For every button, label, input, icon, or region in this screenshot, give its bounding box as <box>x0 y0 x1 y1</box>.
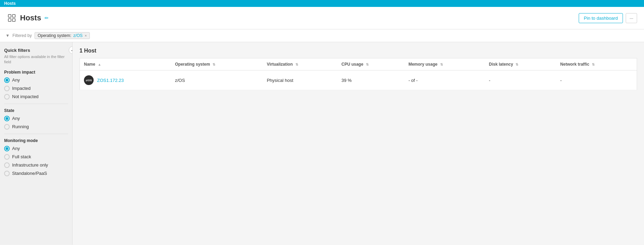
monitoring-infra-label: Infrastructure only <box>12 162 48 168</box>
cell-memory: - of - <box>404 70 485 90</box>
col-name[interactable]: Name ▲ <box>80 58 171 70</box>
filter-tag-value: z/OS <box>73 33 83 38</box>
monitoring-standalone-paas[interactable]: Standalone/PaaS <box>4 171 68 176</box>
monitoring-any-label: Any <box>12 146 20 151</box>
cell-cpu: 39 % <box>337 70 404 90</box>
content-area: 1 Host Name ▲ Operating system ⇅ Virtual… <box>73 42 644 245</box>
sort-disk-icon: ⇅ <box>515 63 518 66</box>
quick-filters-title: Quick filters <box>4 48 68 53</box>
state-section-title: State <box>4 108 68 113</box>
sort-memory-icon: ⇅ <box>440 63 443 66</box>
radio-state-running <box>4 124 10 130</box>
radio-monitoring-standalone <box>4 171 10 176</box>
problem-impact-not-impacted[interactable]: Not impacted <box>4 94 68 100</box>
host-os-icon: z/OS <box>84 75 94 85</box>
table-header-row: Name ▲ Operating system ⇅ Virtualization… <box>80 58 637 70</box>
sidebar: ◀ Quick filters All filter options avail… <box>0 42 73 245</box>
state-running[interactable]: Running <box>4 124 68 130</box>
sort-virt-icon: ⇅ <box>295 63 298 66</box>
problem-impact-any[interactable]: Any <box>4 77 68 83</box>
main-layout: ◀ Quick filters All filter options avail… <box>0 42 644 245</box>
filter-close-icon[interactable]: × <box>85 34 87 38</box>
svg-rect-1 <box>12 15 15 17</box>
radio-problem-any <box>4 77 10 83</box>
cell-os: z/OS <box>171 70 263 90</box>
pin-to-dashboard-button[interactable]: Pin to dashboard <box>579 13 623 23</box>
radio-monitoring-infra <box>4 162 10 168</box>
radio-monitoring-full-stack <box>4 154 10 160</box>
page-title: Hosts <box>20 13 41 22</box>
header-actions: Pin to dashboard ··· <box>579 13 637 23</box>
problem-not-impacted-label: Not impacted <box>12 94 39 99</box>
top-bar: Hosts <box>0 0 644 7</box>
top-bar-title: Hosts <box>4 1 16 6</box>
divider-1 <box>4 104 68 104</box>
col-memory[interactable]: Memory usage ⇅ <box>404 58 485 70</box>
filter-tag: Operating system: z/OS × <box>35 32 90 39</box>
col-disk[interactable]: Disk latency ⇅ <box>485 58 556 70</box>
divider-2 <box>4 134 68 134</box>
problem-impacted-label: Impacted <box>12 86 30 91</box>
col-os[interactable]: Operating system ⇅ <box>171 58 263 70</box>
monitoring-mode-section-title: Monitoring mode <box>4 138 68 143</box>
monitoring-full-stack-label: Full stack <box>12 154 31 159</box>
header: Hosts ✏ Pin to dashboard ··· <box>0 7 644 29</box>
header-left: Hosts ✏ <box>7 13 49 23</box>
sort-name-icon: ▲ <box>98 63 101 66</box>
problem-impact-section-title: Problem impact <box>4 70 68 75</box>
state-any[interactable]: Any <box>4 116 68 121</box>
hosts-table: Name ▲ Operating system ⇅ Virtualization… <box>79 58 637 90</box>
monitoring-standalone-label: Standalone/PaaS <box>12 171 47 176</box>
monitoring-full-stack[interactable]: Full stack <box>4 154 68 160</box>
col-virtualization[interactable]: Virtualization ⇅ <box>263 58 337 70</box>
svg-rect-2 <box>8 19 11 21</box>
sidebar-collapse-button[interactable]: ◀ <box>69 46 73 54</box>
problem-any-label: Any <box>12 77 20 83</box>
cell-virtualization: Physical host <box>263 70 337 90</box>
monitoring-any[interactable]: Any <box>4 146 68 151</box>
filter-bar: ▼ Filtered by Operating system: z/OS × <box>0 29 644 42</box>
svg-rect-0 <box>8 15 11 17</box>
radio-state-any <box>4 116 10 121</box>
monitoring-infrastructure-only[interactable]: Infrastructure only <box>4 162 68 168</box>
radio-problem-impacted <box>4 86 10 91</box>
radio-monitoring-any <box>4 146 10 151</box>
col-network[interactable]: Network traffic ⇅ <box>556 58 637 70</box>
hosts-grid-icon <box>7 13 17 23</box>
cell-network: - <box>556 70 637 90</box>
cell-name: z/OS ZOS1.172.23 <box>80 70 171 90</box>
state-running-label: Running <box>12 124 29 129</box>
sort-cpu-icon: ⇅ <box>366 63 369 66</box>
svg-rect-3 <box>12 19 15 21</box>
host-count: 1 Host <box>79 48 637 54</box>
host-name-cell: z/OS ZOS1.172.23 <box>84 75 167 85</box>
radio-problem-not-impacted <box>4 94 10 100</box>
host-link[interactable]: ZOS1.172.23 <box>97 78 124 83</box>
more-options-button[interactable]: ··· <box>626 13 637 23</box>
edit-icon[interactable]: ✏ <box>45 15 49 21</box>
filter-icon: ▼ <box>6 33 10 38</box>
col-cpu[interactable]: CPU usage ⇅ <box>337 58 404 70</box>
problem-impact-impacted[interactable]: Impacted <box>4 86 68 91</box>
cell-disk: - <box>485 70 556 90</box>
table-row: z/OS ZOS1.172.23 z/OS Physical host 39 % <box>80 70 637 90</box>
state-any-label: Any <box>12 116 20 121</box>
sort-network-icon: ⇅ <box>592 63 595 66</box>
sort-os-icon: ⇅ <box>212 63 215 66</box>
quick-filters-subtitle: All filter options available in the filt… <box>4 54 68 65</box>
filtered-by-label: Filtered by <box>12 33 32 38</box>
filter-tag-label: Operating system: <box>38 33 71 38</box>
